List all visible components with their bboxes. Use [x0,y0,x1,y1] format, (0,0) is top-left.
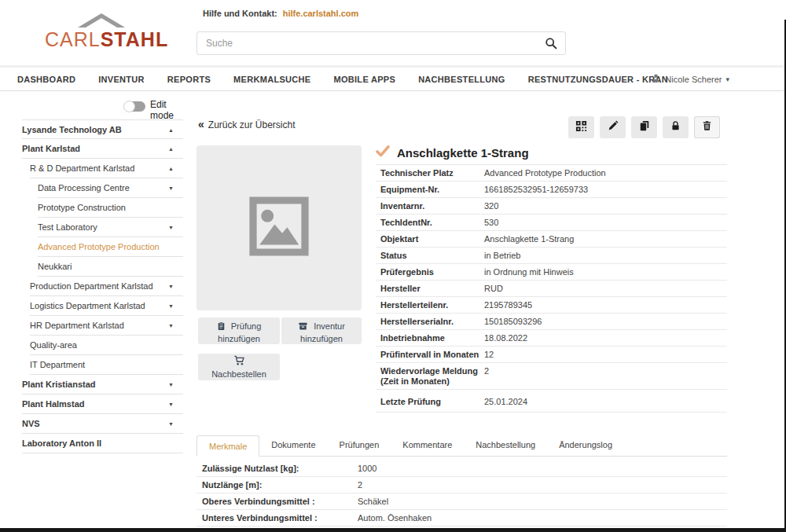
back-to-overview-link[interactable]: «Zurück zur Übersicht [198,118,296,130]
caret-down-icon: ▼ [168,218,174,237]
logo-text: CARLSTAHL [45,28,168,51]
detail-label: Wiedervorlage Meldung (Zeit in Monaten) [380,366,484,387]
nav-item-nachbestellung[interactable]: NACHBESTELLUNG [418,75,505,84]
detail-row: Technischer PlatzAdvanced Prototype Prod… [376,165,727,182]
caret-down-icon: ▼ [168,277,174,296]
sidebar-item-label: Prototype Construction [38,203,126,212]
sidebar-item-logistics-department-karlstad[interactable]: Logistics Department Karlstad▼ [30,296,183,316]
sidebar-item-production-department-karlstad[interactable]: Production Department Karlstad▼ [30,277,183,296]
location-tree: Lysande Technology AB▲Plant Karlstad▲R &… [0,119,183,453]
archive-icon [298,323,310,332]
detail-row: Statusin Betrieb [376,248,727,264]
sidebar-item-label: Plant Halmstad [22,399,84,409]
tab-änderungslog[interactable]: Änderungslog [547,435,624,456]
carlstahl-logo[interactable]: CARLSTAHL [45,9,178,58]
edit-mode-toggle[interactable] [124,101,145,112]
nav-item-reports[interactable]: REPORTS [167,75,211,84]
app-window: CARLSTAHL Hilfe und Kontakt:hilfe.carlst… [0,0,786,532]
nav-item-merkmalsuche[interactable]: MERKMALSUCHE [233,75,310,84]
nav-item-mobile-apps[interactable]: MOBILE APPS [333,75,395,84]
sidebar-item-label: Data Processing Centre [38,183,130,193]
nav-item-inventur[interactable]: INVENTUR [98,75,145,84]
sidebar-item-nvs[interactable]: NVS▼ [22,414,183,434]
detail-value: in Ordnung mit Hinweis [484,267,574,277]
add-inspection-line2: hinzufügen [218,334,260,343]
tab-merkmale[interactable]: Merkmale [196,435,259,457]
sidebar-item-label: NVS [22,419,40,428]
caret-down-icon: ▼ [168,316,174,336]
help-label: Hilfe und Kontakt: [203,9,277,18]
detail-label: Hersteller [380,284,484,294]
lock-button[interactable] [663,116,689,138]
tab-nachbestellung[interactable]: Nachbestellung [464,435,547,456]
detail-label: TechIdentNr. [380,218,484,228]
logo-carl: CARL [45,28,101,50]
merkmal-value: 2 [358,480,362,490]
search-input[interactable] [197,33,527,53]
sidebar-item-it-department[interactable]: IT Department [30,355,183,375]
detail-tabs: MerkmaleDokumentePrüfungenKommentareNach… [196,435,727,457]
edit-icon [608,120,619,134]
detail-label: Status [380,251,484,261]
search-icon[interactable] [545,37,559,51]
sidebar-item-plant-halmstad[interactable]: Plant Halmstad▼ [22,394,183,414]
merkmal-value: Schäkel [358,497,388,507]
sidebar-item-plant-karlstad[interactable]: Plant Karlstad▲ [22,139,183,159]
detail-label: Herstellerteilenr. [380,300,484,310]
sidebar-item-prototype-construction[interactable]: Prototype Construction [38,198,183,218]
sidebar-item-advanced-prototype-production[interactable]: Advanced Prototype Production [38,237,183,257]
detail-value: Advanced Prototype Production [484,168,606,178]
sidebar-item-hr-department-karlstad[interactable]: HR Department Karlstad▼ [30,316,183,336]
detail-label: Letzte Prüfung [380,397,484,407]
merkmal-label: Nutzlänge [m]: [202,480,358,490]
nav-item-restnutzungsdauer-kran[interactable]: RESTNUTZUNGSDAUER - KRAN [528,75,668,84]
detail-row: Prüfintervall in Monaten12 [376,347,727,363]
reorder-label: Nachbestellen [211,369,266,379]
sidebar-item-label: Logistics Department Karlstad [30,301,145,310]
image-placeholder-icon [241,189,317,267]
sidebar-item-test-laboratory[interactable]: Test Laboratory▼ [38,218,183,237]
detail-row: Herstellerserialnr.150185093296 [376,314,727,330]
sidebar-item-lysande-technology-ab[interactable]: Lysande Technology AB▲ [22,119,183,139]
user-icon [651,73,661,85]
sidebar-item-laboratory-anton-ii[interactable]: Laboratory Anton II [22,434,183,453]
sidebar-item-plant-kristianstad[interactable]: Plant Kristianstad▼ [22,375,183,394]
copy-button[interactable] [631,116,657,138]
detail-row: Letzte Prüfung25.01.2024 [376,390,727,413]
qr-code-button[interactable] [568,116,594,138]
detail-label: Herstellerserialnr. [380,317,484,327]
help-link[interactable]: hilfe.carlstahl.com [283,9,359,18]
tab-kommentare[interactable]: Kommentare [391,435,464,456]
detail-value: 2195789345 [484,300,532,310]
sidebar-item-label: Plant Kristianstad [22,380,96,389]
user-menu[interactable]: Nicole Scherer ▾ [651,68,729,90]
sidebar-item-r-d-department-karlstad[interactable]: R & D Department Karlstad▲ [30,159,183,178]
merkmal-value: Autom. Ösenhaken [358,513,432,523]
sidebar-item-neukkari[interactable]: Neukkari [38,257,183,277]
delete-button[interactable] [694,116,720,138]
caret-up-icon: ▲ [168,139,174,159]
sidebar-item-quality-area[interactable]: Quality-area [30,336,183,355]
caret-down-icon: ▼ [168,375,174,394]
sidebar-item-label: Test Laboratory [38,222,97,232]
sidebar-item-label: Neukkari [38,262,72,271]
delete-icon [702,120,712,134]
detail-row: Prüfergebnisin Ordnung mit Hinweis [376,264,727,281]
tab-dokumente[interactable]: Dokumente [259,435,327,456]
add-inspection-button[interactable]: Prüfung hinzufügen [198,317,280,344]
tab-prüfungen[interactable]: Prüfungen [328,435,391,456]
detail-value: 1661852532951-12659733 [484,185,588,195]
detail-value: 320 [484,201,498,211]
caret-up-icon: ▲ [168,120,174,140]
reorder-button[interactable]: Nachbestellen [198,354,280,380]
logo-stahl: STAHL [101,28,168,50]
edit-button[interactable] [600,116,626,138]
sidebar-item-label: Advanced Prototype Production [38,242,160,251]
nav-item-dashboard[interactable]: DASHBOARD [17,75,75,84]
copy-icon [639,120,650,134]
sidebar-item-label: Production Department Karlstad [30,281,153,291]
sidebar-item-data-processing-centre[interactable]: Data Processing Centre▼ [38,178,183,198]
add-inventory-button[interactable]: Inventur hinzufügen [281,317,362,344]
caret-up-icon: ▲ [168,159,174,178]
detail-label: Inbetriebnahme [380,333,484,343]
